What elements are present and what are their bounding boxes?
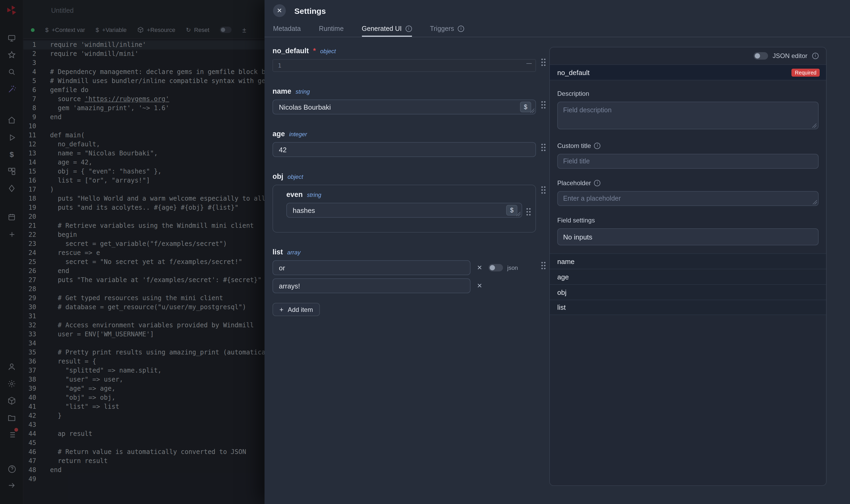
field-type: string <box>296 88 310 95</box>
settings-modal: ✕ Settings Metadata Runtime Generated UI… <box>265 0 850 504</box>
obj-nested-panel: even string $ <box>272 185 536 233</box>
field-type: integer <box>289 131 307 137</box>
placeholder-input[interactable] <box>563 195 813 202</box>
json-editor-toggle[interactable] <box>754 52 768 60</box>
json-toggle[interactable] <box>489 264 503 271</box>
tab-generated-ui[interactable]: Generated UI i <box>362 21 412 37</box>
name-input-wrap: $ <box>272 100 536 114</box>
fold-minus-icon[interactable]: — <box>526 60 532 66</box>
inspector-row-list[interactable]: list <box>550 300 826 315</box>
plus-icon: + <box>279 306 284 313</box>
drag-handle-icon[interactable] <box>541 101 546 109</box>
field-type: object <box>320 48 336 54</box>
dollar-var-icon[interactable]: $ <box>506 205 517 216</box>
field-label: even <box>286 191 303 199</box>
field-settings-label: Field settings <box>557 217 819 224</box>
resize-handle-icon[interactable] <box>813 200 817 204</box>
tab-triggers[interactable]: Triggers i <box>430 21 464 37</box>
inspector-toolbar: JSON editor i <box>550 47 826 65</box>
field-name: name string $ <box>272 87 546 114</box>
list-item: ✕ <box>272 278 536 293</box>
form-preview-column: no_default* object 1 — <box>272 47 546 331</box>
inspector-row-obj[interactable]: obj <box>550 284 826 300</box>
modal-title: Settings <box>294 6 326 15</box>
info-icon: i <box>458 25 464 32</box>
custom-title-input-wrap <box>557 154 819 169</box>
inspector-row-no-default[interactable]: no_default Required <box>550 65 826 80</box>
inspector-field-list: name age obj list <box>550 253 826 315</box>
info-icon: i <box>405 25 412 32</box>
object-json-editor[interactable]: 1 — <box>272 59 536 72</box>
required-star: * <box>313 47 316 55</box>
remove-item-icon[interactable]: ✕ <box>471 264 489 271</box>
field-label: age <box>272 130 285 138</box>
age-input-wrap <box>272 142 536 157</box>
field-settings-value: No inputs <box>557 228 819 245</box>
drag-handle-icon[interactable] <box>541 58 546 67</box>
list-item-input-wrap <box>272 260 471 275</box>
drag-handle-icon[interactable] <box>541 143 546 152</box>
required-badge: Required <box>792 68 820 76</box>
field-config-section: Description Custom title i <box>550 80 826 245</box>
settings-tabs: Metadata Runtime Generated UI i Triggers… <box>265 21 850 37</box>
field-inspector-panel: JSON editor i no_default Required Descri… <box>549 47 827 486</box>
tab-runtime[interactable]: Runtime <box>319 21 344 37</box>
drag-handle-icon[interactable] <box>526 208 531 216</box>
field-type: array <box>287 249 301 255</box>
drag-handle-icon[interactable] <box>541 186 546 194</box>
list-item-input[interactable] <box>279 264 464 272</box>
field-obj: obj object even string <box>272 173 546 233</box>
dollar-var-icon[interactable]: $ <box>520 102 531 112</box>
custom-title-label: Custom title <box>557 142 591 149</box>
field-type: object <box>288 174 303 180</box>
list-item-input[interactable] <box>279 282 464 290</box>
field-label: no_default <box>272 47 309 55</box>
list-item: ✕ json <box>272 260 536 275</box>
description-textarea[interactable] <box>557 102 819 129</box>
modal-header: ✕ Settings <box>265 0 850 21</box>
tab-metadata[interactable]: Metadata <box>273 21 301 37</box>
age-input[interactable] <box>279 146 529 154</box>
info-icon: i <box>594 180 601 186</box>
info-icon: i <box>594 143 601 149</box>
inspector-row-name[interactable]: name <box>550 253 826 269</box>
add-item-button[interactable]: + Add item <box>272 303 320 316</box>
field-no-default: no_default* object 1 — <box>272 47 546 72</box>
list-item-input-wrap <box>272 278 471 293</box>
info-icon: i <box>812 53 819 59</box>
json-editor-label: JSON editor <box>773 52 808 60</box>
placeholder-input-wrap <box>557 191 819 206</box>
resize-handle-icon[interactable] <box>812 124 816 128</box>
remove-item-icon[interactable]: ✕ <box>471 282 489 289</box>
close-icon[interactable]: ✕ <box>273 4 286 17</box>
editor-line-number: 1 <box>278 62 281 69</box>
even-input-wrap: $ <box>286 203 522 218</box>
description-label: Description <box>557 90 819 97</box>
screen: $ <box>0 0 850 504</box>
even-input[interactable] <box>293 206 516 214</box>
field-age: age integer <box>272 130 546 157</box>
field-label: list <box>272 248 283 256</box>
json-toggle-label: json <box>507 265 518 271</box>
inspector-row-age[interactable]: age <box>550 269 826 284</box>
drag-handle-icon[interactable] <box>541 261 546 270</box>
field-label: name <box>272 87 291 95</box>
field-label: obj <box>272 173 284 180</box>
name-input[interactable] <box>279 103 529 111</box>
field-type: string <box>307 192 322 198</box>
placeholder-label: Placeholder <box>557 179 591 187</box>
custom-title-input[interactable] <box>563 158 813 165</box>
field-list: list array ✕ json <box>272 248 546 316</box>
generated-ui-panel: no_default* object 1 — <box>265 37 850 504</box>
resize-handle-icon[interactable] <box>530 109 535 113</box>
resize-handle-icon[interactable] <box>516 212 521 216</box>
